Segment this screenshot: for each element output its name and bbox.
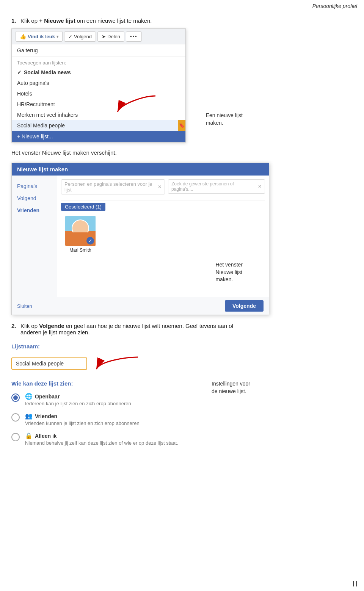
search-people-input[interactable]: Zoek de gewenste personen of pagina's...… <box>168 179 265 194</box>
sidebar-note-1: Een nieuwe lijst maken. <box>206 112 243 127</box>
person-card-mari-smith: ✓ Mari Smith <box>63 216 97 253</box>
list-item-auto-paginas[interactable]: Auto pagina's <box>12 78 185 88</box>
list-name-label: Lijstnaam: <box>11 343 254 350</box>
option-desc-vrienden: Vrienden kunnen je lijst zien en zich er… <box>25 420 140 426</box>
step2-section: 2. Klik op Volgende en geef aan hoe je d… <box>11 323 254 469</box>
share-label: Delen <box>107 34 120 39</box>
radio-openbaar[interactable] <box>11 393 20 402</box>
step2-bold: Volgende <box>39 323 64 329</box>
dialog-footer: Sluiten Volgende <box>12 297 269 315</box>
like-label: Vind ik leuk <box>28 34 55 39</box>
visibility-option-vrienden[interactable]: 👥 Vrienden Vrienden kunnen je lijst zien… <box>11 412 254 426</box>
instellingen-note: Instellingen voor de nieuwe lijst. <box>212 380 250 395</box>
option-label-alleen-ik: 🔒 Alleen ik <box>25 432 178 439</box>
list-item-label: Social Media news <box>24 69 71 75</box>
option-details-alleen-ik: 🔒 Alleen ik Niemand behalve jij zelf kan… <box>25 432 178 446</box>
friends-icon: 👥 <box>25 412 33 420</box>
dialog-section: Nieuwe lijst maken Pagina's Volgend Vrie… <box>11 163 254 315</box>
list-item-label: HR/Recruitment <box>17 101 55 107</box>
step1-bold: + Nieuwe lijst <box>39 17 75 24</box>
visibility-options: 🌐 Openbaar Iedereen kan je lijst zien en… <box>11 393 254 446</box>
follow-button[interactable]: ✓ Volgend <box>64 31 96 42</box>
step1-text: Klik op + Nieuwe lijst om een nieuwe lij… <box>20 17 152 24</box>
person-name: Mari Smith <box>63 248 97 253</box>
facebook-dropdown-section: 👍 Vind ik leuk ▾ ✓ Volgend ➤ Delen ••• <box>11 28 254 143</box>
list-name-arrow <box>93 353 142 373</box>
step1-number: 1. <box>11 17 18 24</box>
dialog-title: Nieuwe lijst maken <box>17 166 68 172</box>
list-item-merken[interactable]: Merken met veel inhakers <box>12 110 185 120</box>
close-link[interactable]: Sluiten <box>17 303 32 309</box>
list-item-hotels[interactable]: Hotels <box>12 88 185 99</box>
selected-label-row: Geselecteerd (1) <box>61 203 265 210</box>
page-number: | | <box>353 580 357 586</box>
clear-search-icon[interactable]: ✕ <box>158 184 162 190</box>
sidebar-item-vrienden[interactable]: Vrienden <box>12 204 57 216</box>
step1-line: 1. Klik op + Nieuwe lijst om een nieuwe … <box>11 17 254 24</box>
follow-label: Volgend <box>74 34 92 39</box>
instruction-text: Het venster Nieuwe lijst maken verschijn… <box>11 149 254 156</box>
list-item-social-media-people[interactable]: Social Media people 🔖 <box>12 120 185 131</box>
person-avatar: ✓ <box>65 216 96 246</box>
sidebar-note-2: Het venster Nieuwe lijst maken. <box>215 261 243 284</box>
step2-text: Klik op Volgende en geef aan hoe je de n… <box>20 323 254 335</box>
checkmark-icon: ✓ <box>68 34 72 39</box>
selected-count-badge: Geselecteerd (1) <box>61 203 105 211</box>
person-selected-check: ✓ <box>86 237 94 245</box>
go-back-label: Ga terug <box>17 47 38 53</box>
option-label-openbaar: 🌐 Openbaar <box>25 393 131 400</box>
list-name-input-row <box>11 353 254 373</box>
list-name-section: Lijstnaam: <box>11 343 254 373</box>
new-list-label: + Nieuwe lijst... <box>17 133 53 140</box>
step2-number: 2. <box>11 323 18 329</box>
option-details-openbaar: 🌐 Openbaar Iedereen kan je lijst zien en… <box>25 393 131 406</box>
clear-icon: ✕ <box>258 184 262 189</box>
sidebar-item-paginas[interactable]: Pagina's <box>12 180 57 192</box>
facebook-toolbar: 👍 Vind ik leuk ▾ ✓ Volgend ➤ Delen ••• <box>12 29 185 44</box>
list-item-label: Merken met veel inhakers <box>17 112 78 118</box>
list-item-label: Hotels <box>17 91 32 97</box>
who-can-see-section: Wie kan deze lijst zien: 🌐 Openbaar Iede… <box>11 380 254 469</box>
more-options-button[interactable]: ••• <box>126 31 142 42</box>
dialog-header: Nieuwe lijst maken <box>12 163 269 176</box>
new-list-button[interactable]: + Nieuwe lijst... <box>12 131 185 142</box>
nieuwe-lijst-dialog: Nieuwe lijst maken Pagina's Volgend Vrie… <box>11 163 269 315</box>
lock-icon: 🔒 <box>25 432 33 439</box>
list-item-label: Auto pagina's <box>17 80 49 86</box>
checkmark-icon: ✓ <box>17 69 22 75</box>
step2-line: 2. Klik op Volgende en geef aan hoe je d… <box>11 323 254 335</box>
option-label-vrienden: 👥 Vrienden <box>25 412 140 420</box>
red-arrow <box>114 92 159 116</box>
volgende-button[interactable]: Volgende <box>225 300 264 312</box>
option-desc-openbaar: Iedereen kan je lijst zien en zich erop … <box>25 401 131 406</box>
add-to-lists-label: Toevoegen aan lijsten: <box>12 57 185 67</box>
radio-vrienden[interactable] <box>11 413 20 422</box>
visibility-option-alleen-ik[interactable]: 🔒 Alleen ik Niemand behalve jij zelf kan… <box>11 432 254 446</box>
page-title: Persoonlijke profiel <box>312 3 357 9</box>
page-header: Persoonlijke profiel <box>0 0 364 11</box>
option-desc-alleen-ik: Niemand behalve jij zelf kan deze lijst … <box>25 440 178 446</box>
like-button[interactable]: 👍 Vind ik leuk ▾ <box>16 31 63 42</box>
dropdown-menu: Ga terug Toevoegen aan lijsten: ✓ Social… <box>12 44 185 142</box>
list-item-social-media-news[interactable]: ✓ Social Media news <box>12 67 185 78</box>
search-placeholder: Personen en pagina's selecteren voor je … <box>64 181 155 193</box>
radio-inner <box>13 395 18 400</box>
dots-label: ••• <box>130 34 138 39</box>
option-details-vrienden: 👥 Vrienden Vrienden kunnen je lijst zien… <box>25 412 140 426</box>
bookmark-icon: 🔖 <box>178 120 185 131</box>
list-item-hr-recruitment[interactable]: HR/Recruitment <box>12 99 185 110</box>
go-back-item[interactable]: Ga terug <box>12 44 185 57</box>
radio-alleen-ik[interactable] <box>11 433 20 441</box>
facebook-dropdown-container: 👍 Vind ik leuk ▾ ✓ Volgend ➤ Delen ••• <box>11 28 186 143</box>
chevron-icon: ▾ <box>56 34 58 39</box>
share-button[interactable]: ➤ Delen <box>97 31 124 42</box>
dialog-sidebar: Pagina's Volgend Vrienden <box>12 176 57 297</box>
thumb-icon: 👍 <box>20 33 26 39</box>
list-name-input[interactable] <box>11 357 87 370</box>
globe-icon: 🌐 <box>25 393 33 400</box>
dialog-search-bar[interactable]: Personen en pagina's selecteren voor je … <box>61 179 165 194</box>
dialog-top-bar: Personen en pagina's selecteren voor je … <box>61 179 265 201</box>
sidebar-item-volgend[interactable]: Volgend <box>12 192 57 204</box>
share-icon: ➤ <box>102 34 106 39</box>
list-item-label: Social Media people <box>17 122 65 129</box>
